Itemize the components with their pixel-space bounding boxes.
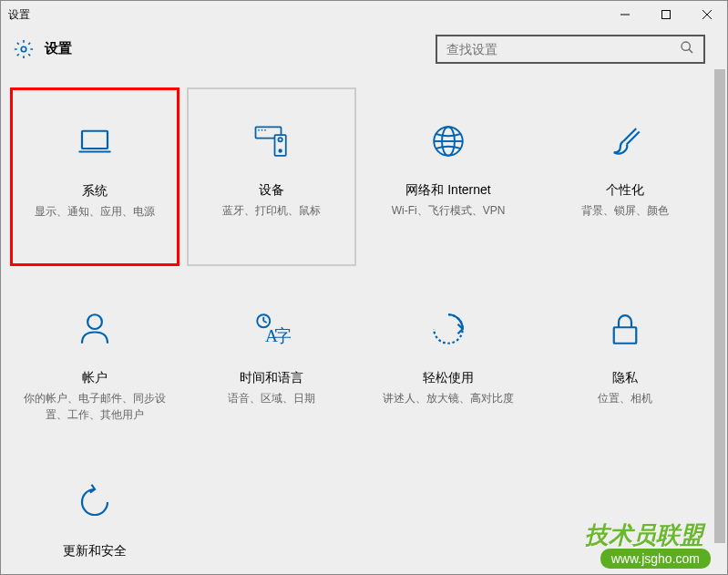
tile-desc: 显示、通知、应用、电源 <box>27 203 162 220</box>
svg-line-6 <box>689 49 692 53</box>
tile-time-language[interactable]: A 字 时间和语言 语音、区域、日期 <box>187 275 356 454</box>
svg-point-15 <box>279 149 282 152</box>
maximize-button[interactable] <box>645 1 686 28</box>
tile-title: 个性化 <box>606 182 644 199</box>
header: 设置 <box>1 28 727 69</box>
svg-point-19 <box>87 314 102 329</box>
close-button[interactable] <box>686 1 727 28</box>
laptop-icon <box>76 123 114 161</box>
tile-update-security[interactable]: 更新和安全 <box>10 463 179 572</box>
page-title: 设置 <box>45 40 72 57</box>
tile-accounts[interactable]: 帐户 你的帐户、电子邮件、同步设置、工作、其他用户 <box>10 275 179 454</box>
ease-icon <box>429 310 467 348</box>
language-icon: A 字 <box>252 310 291 348</box>
tile-ease-of-access[interactable]: 轻松使用 讲述人、放大镜、高对比度 <box>364 275 533 454</box>
tile-desc: Wi-Fi、飞行模式、VPN <box>385 202 513 219</box>
search-input[interactable] <box>446 42 680 56</box>
titlebar-controls <box>604 1 727 28</box>
svg-rect-7 <box>82 131 108 149</box>
titlebar: 设置 <box>1 1 727 28</box>
tile-desc: 蓝牙、打印机、鼠标 <box>215 202 328 219</box>
tile-privacy[interactable]: 隐私 位置、相机 <box>540 275 710 454</box>
svg-rect-25 <box>614 327 637 344</box>
tile-title: 系统 <box>82 183 108 200</box>
search-box[interactable] <box>436 35 705 64</box>
tile-network[interactable]: 网络和 Internet Wi-Fi、飞行模式、VPN <box>364 87 533 266</box>
search-icon <box>680 40 694 58</box>
tile-devices[interactable]: 设备 蓝牙、打印机、鼠标 <box>187 87 356 266</box>
tile-desc: 背景、锁屏、颜色 <box>574 202 676 219</box>
scrollbar[interactable] <box>714 69 725 574</box>
tile-desc: 语音、区域、日期 <box>220 390 323 406</box>
devices-icon <box>252 122 291 160</box>
window-title: 设置 <box>8 7 30 23</box>
lock-icon <box>606 310 644 348</box>
watermark-text: 技术员联盟 <box>585 523 703 547</box>
svg-line-22 <box>263 321 267 323</box>
tile-title: 帐户 <box>82 370 108 386</box>
tile-desc: 你的帐户、电子邮件、同步设置、工作、其他用户 <box>12 390 178 423</box>
globe-icon <box>429 122 467 160</box>
svg-point-5 <box>682 42 690 50</box>
tile-system[interactable]: 系统 显示、通知、应用、电源 <box>10 87 179 266</box>
svg-point-4 <box>21 46 26 52</box>
watermark: 技术员联盟 www.jsgho.com <box>585 523 711 569</box>
tile-title: 设备 <box>259 182 284 199</box>
tile-desc: 位置、相机 <box>590 390 660 406</box>
refresh-icon <box>76 483 114 521</box>
brush-icon <box>606 122 644 160</box>
scrollbar-thumb[interactable] <box>714 69 725 543</box>
content-area: 系统 显示、通知、应用、电源 设备 蓝牙、打印机、鼠标 <box>1 69 727 574</box>
gear-icon <box>14 39 34 59</box>
watermark-url: www.jsgho.com <box>600 549 711 569</box>
tile-title: 网络和 Internet <box>405 182 490 199</box>
tile-title: 时间和语言 <box>240 370 303 386</box>
tile-desc: 讲述人、放大镜、高对比度 <box>375 390 521 406</box>
tile-personalization[interactable]: 个性化 背景、锁屏、颜色 <box>540 87 710 266</box>
tile-title: 隐私 <box>612 370 638 386</box>
tile-title: 更新和安全 <box>63 543 127 560</box>
svg-rect-1 <box>661 11 670 19</box>
person-icon <box>76 310 114 348</box>
svg-text:字: 字 <box>274 326 291 345</box>
minimize-button[interactable] <box>604 1 645 28</box>
tile-title: 轻松使用 <box>423 370 474 386</box>
